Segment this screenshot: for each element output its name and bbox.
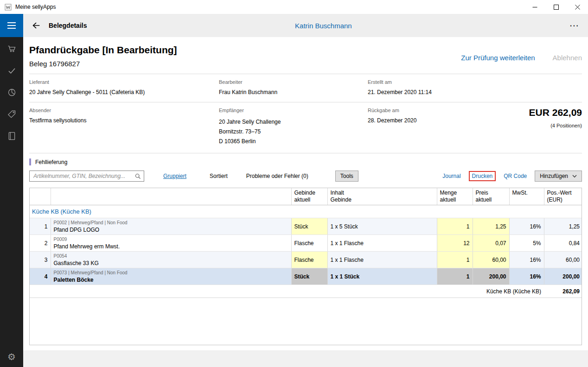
back-arrow-icon: [31, 20, 41, 31]
absender-value: Testfirma sellysolutions: [29, 117, 219, 124]
mwst-cell: 16%: [509, 268, 544, 285]
col-inhalt-header: Inhalt Gebinde: [327, 188, 437, 205]
col-mwst-header: MwSt.: [509, 188, 544, 205]
article-code: P0054: [54, 253, 288, 259]
info-row-2: Absender Testfirma sellysolutions Empfän…: [29, 102, 582, 153]
app-icon: [5, 4, 12, 11]
maximize-button[interactable]: [545, 0, 567, 14]
preis-cell[interactable]: 60,00: [473, 252, 509, 268]
qr-code-link[interactable]: QR Code: [504, 173, 527, 179]
cart-icon: [7, 44, 17, 54]
gebinde-cell[interactable]: Flasche: [291, 235, 327, 252]
table-row-selected[interactable]: 4 P0073 | Mehrweg/Pfand | Non Food Palet…: [30, 268, 582, 285]
preis-cell[interactable]: 1,25: [473, 218, 509, 235]
sortiert-toggle[interactable]: Sortiert: [210, 173, 228, 179]
group-label: Küche KB (Küche KB): [30, 205, 582, 218]
preis-cell[interactable]: 0,07: [473, 235, 509, 252]
menge-cell[interactable]: 1: [437, 252, 473, 268]
article-code: P0073 | Mehrweg/Pfand | Non Food: [54, 270, 288, 276]
col-gebinde-header: Gebinde aktuell: [291, 188, 327, 205]
window-title: Meine sellyApps: [15, 4, 56, 10]
window-controls: [524, 0, 588, 14]
hamburger-menu-button[interactable]: [0, 14, 23, 37]
erstellt-am-value: 21. Dezember 2020 11:14: [368, 89, 582, 96]
col-num-header: [30, 188, 51, 205]
document-title: Pfandrückgabe [In Bearbeitung]: [29, 44, 177, 56]
journal-link[interactable]: Journal: [442, 173, 460, 179]
sidebar-item-tasks[interactable]: [0, 60, 23, 82]
sidebar: ⚙: [0, 37, 23, 367]
group-total-value: 262,09: [544, 285, 582, 298]
window-titlebar: Meine sellyApps: [0, 0, 588, 14]
sidebar-item-journal[interactable]: [0, 125, 23, 147]
col-article-header: [51, 188, 291, 205]
search-icon[interactable]: [134, 173, 141, 181]
minimize-button[interactable]: [524, 0, 545, 14]
group-total-label: Küche KB (Küche KB): [30, 285, 544, 298]
erstellt-am-label: Erstellt am: [368, 79, 582, 85]
inhalt-cell: 1 x 1 Stück: [327, 268, 437, 285]
chevron-down-icon: [572, 175, 577, 178]
article-name: Pfand Mehrweg erm Mwst.: [54, 243, 288, 250]
probleme-fehler-toggle[interactable]: Probleme oder Fehler (0): [246, 173, 308, 179]
gruppiert-toggle[interactable]: Gruppiert: [163, 173, 186, 179]
menge-cell[interactable]: 1: [437, 268, 473, 285]
current-user-link[interactable]: Katrin Buschmann: [295, 22, 352, 30]
table-row[interactable]: 3 P0054 Gasflasche 33 KG Flasche 1 x 1 F…: [30, 252, 582, 268]
check-icon: [7, 66, 17, 76]
table-row[interactable]: 2 P0009 Pfand Mehrweg erm Mwst. Flasche …: [30, 235, 582, 252]
article-code: P0002 | Mehrweg/Pfand | Non Food: [54, 220, 288, 226]
sidebar-item-statistics[interactable]: [0, 82, 23, 103]
info-row-1: Lieferant 20 Jahre Selly Challenge - 501…: [29, 74, 582, 102]
close-button[interactable]: [567, 0, 588, 14]
more-options-icon[interactable]: ⋯: [569, 21, 580, 30]
tag-color-bar: [29, 158, 31, 165]
search-input[interactable]: [29, 171, 144, 182]
lieferant-value: 20 Jahre Selly Challenge - 5011 (Cafeter…: [29, 89, 219, 96]
bottom-strip: [23, 350, 588, 367]
mwst-cell: 5%: [509, 235, 544, 252]
menge-cell[interactable]: 1: [437, 218, 473, 235]
document-total: EUR 262,09 (4 Positionen): [529, 107, 582, 128]
preis-cell[interactable]: 200,00: [473, 268, 509, 285]
inhalt-cell: 1 x 1 Flasche: [327, 235, 437, 252]
gebinde-cell[interactable]: Flasche: [291, 252, 327, 268]
col-preis-header: Preis aktuell: [473, 188, 509, 205]
positions-table-container: Gebinde aktuell Inhalt Gebinde Menge akt…: [29, 188, 582, 345]
empfaenger-label: Empfänger: [219, 108, 368, 113]
mwst-cell: 16%: [509, 252, 544, 268]
mwst-cell: 16%: [509, 218, 544, 235]
wert-cell: 0,84: [544, 235, 582, 252]
app-header-bar: Belegdetails Katrin Buschmann ⋯: [0, 14, 588, 37]
drucken-highlight-box: Drucken: [469, 171, 496, 181]
drucken-link[interactable]: Drucken: [472, 173, 493, 179]
positions-toolbar: Gruppiert Sortiert Probleme oder Fehler …: [29, 170, 582, 182]
back-button[interactable]: [28, 18, 44, 33]
hinzufuegen-button[interactable]: Hinzufügen: [535, 171, 582, 182]
table-row[interactable]: 1 P0002 | Mehrweg/Pfand | Non Food Pfand…: [30, 218, 582, 235]
fehllieferung-tag: Fehllieferung: [35, 159, 67, 165]
gebinde-cell[interactable]: Stück: [291, 268, 327, 285]
menge-cell[interactable]: 12: [437, 235, 473, 252]
positions-table: Gebinde aktuell Inhalt Gebinde Menge akt…: [30, 188, 582, 298]
reject-button[interactable]: Ablehnen: [553, 54, 582, 74]
bearbeiter-label: Bearbeiter: [219, 79, 368, 85]
page-title: Belegdetails: [49, 22, 87, 29]
hamburger-icon: [7, 22, 16, 23]
sidebar-item-cart[interactable]: [0, 38, 23, 60]
pie-chart-icon: [7, 88, 17, 97]
total-amount: EUR 262,09: [529, 107, 582, 118]
group-total-row: Küche KB (Küche KB) 262,09: [30, 285, 582, 298]
article-code: P0009: [54, 237, 288, 242]
tag-icon: [7, 109, 17, 119]
forward-for-review-button[interactable]: Zur Prüfung weiterleiten: [461, 54, 535, 74]
lieferant-label: Lieferant: [29, 79, 219, 85]
article-search: [29, 171, 144, 182]
gebinde-cell[interactable]: Stück: [291, 218, 327, 235]
article-name: Gasflasche 33 KG: [54, 260, 288, 266]
settings-button[interactable]: ⚙: [0, 347, 23, 367]
sidebar-item-tags[interactable]: [0, 103, 23, 125]
tools-button[interactable]: Tools: [335, 171, 358, 182]
inhalt-cell: 1 x 5 Stück: [327, 218, 437, 235]
wert-cell: 200,00: [544, 268, 582, 285]
